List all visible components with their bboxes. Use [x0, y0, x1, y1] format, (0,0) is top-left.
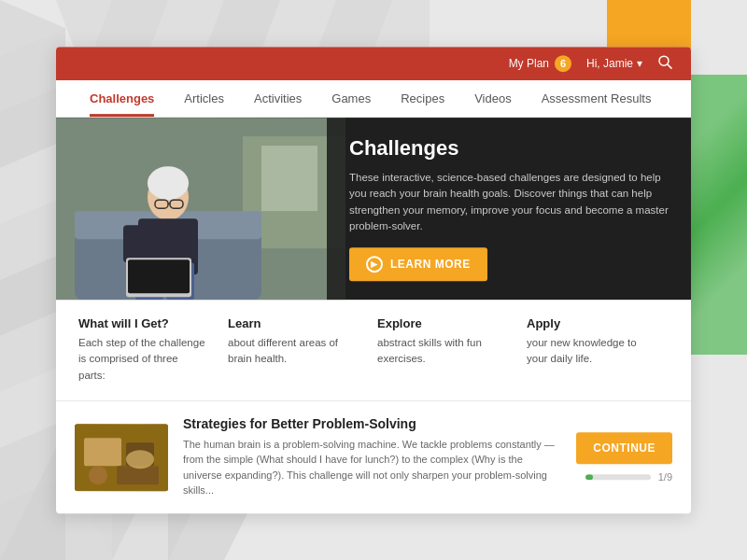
nav-item-assessment[interactable]: Assessment Results	[527, 80, 667, 117]
nav-item-articles[interactable]: Articles	[169, 80, 239, 117]
svg-line-22	[668, 64, 671, 68]
main-card: My Plan 6 Hi, Jamie ▾ Challenges Article…	[56, 47, 691, 513]
info-col-4: Apply your new knowledge to your daily l…	[519, 316, 669, 384]
info-col-1-title: What will I Get?	[78, 316, 205, 330]
svg-rect-41	[84, 438, 121, 466]
challenge-description: The human brain is a problem-solving mac…	[183, 437, 561, 498]
progress-bar	[585, 474, 651, 480]
hero-image	[56, 118, 345, 300]
progress-label: 1/9	[658, 471, 672, 483]
user-label: Hi, Jamie	[586, 57, 633, 70]
hero-title: Challenges	[349, 136, 669, 161]
continue-button[interactable]: CONTINUE	[576, 432, 672, 464]
hero-overlay: Challenges These interactive, science-ba…	[327, 118, 691, 300]
learn-more-button[interactable]: ▶ LEARN MORE	[349, 247, 487, 281]
nav-item-recipes[interactable]: Recipes	[386, 80, 459, 117]
svg-point-29	[148, 166, 189, 200]
top-bar: My Plan 6 Hi, Jamie ▾	[56, 47, 691, 80]
challenge-content: Strategies for Better Problem-Solving Th…	[183, 416, 561, 498]
nav-item-games[interactable]: Games	[317, 80, 386, 117]
nav-item-challenges[interactable]: Challenges	[75, 80, 169, 117]
info-col-2-title: Learn	[228, 316, 355, 330]
info-col-2: Learn about different areas of brain hea…	[220, 316, 370, 384]
progress-area: 1/9	[585, 471, 672, 483]
info-col-1-text: Each step of the challenge is comprised …	[78, 335, 205, 384]
svg-point-45	[126, 450, 154, 469]
learn-more-label: LEARN MORE	[390, 258, 471, 271]
nav-item-activities[interactable]: Activities	[239, 80, 317, 117]
info-col-4-text: your new knowledge to your daily life.	[527, 335, 654, 368]
svg-rect-36	[128, 259, 190, 293]
svg-rect-44	[117, 466, 159, 484]
info-col-3-text: abstract skills with fun exercises.	[377, 335, 504, 368]
svg-rect-31	[123, 225, 142, 262]
info-col-4-title: Apply	[527, 316, 654, 330]
hero-section: Challenges These interactive, science-ba…	[56, 118, 691, 300]
main-nav: Challenges Articles Activities Games Rec…	[56, 80, 691, 118]
info-col-1: What will I Get? Each step of the challe…	[78, 316, 220, 384]
user-menu[interactable]: Hi, Jamie ▾	[586, 57, 642, 70]
chevron-down-icon: ▾	[637, 57, 642, 70]
progress-bar-fill	[585, 474, 593, 480]
challenge-actions: CONTINUE 1/9	[576, 432, 672, 483]
svg-rect-25	[261, 146, 317, 211]
info-col-2-text: about different areas of brain health.	[228, 335, 355, 368]
my-plan-section[interactable]: My Plan 6	[509, 55, 571, 72]
my-plan-label: My Plan	[509, 57, 549, 70]
challenge-thumbnail	[75, 424, 168, 491]
hero-description: These interactive, science-based challen…	[349, 170, 669, 234]
challenge-title: Strategies for Better Problem-Solving	[183, 416, 561, 431]
search-button[interactable]	[657, 54, 672, 73]
plan-count-badge: 6	[555, 55, 571, 72]
svg-point-43	[89, 466, 107, 484]
nav-item-videos[interactable]: Videos	[459, 80, 527, 117]
info-col-3-title: Explore	[377, 316, 504, 330]
play-icon: ▶	[366, 256, 383, 273]
challenge-card: Strategies for Better Problem-Solving Th…	[56, 401, 691, 513]
info-col-3: Explore abstract skills with fun exercis…	[370, 316, 519, 384]
info-section: What will I Get? Each step of the challe…	[56, 300, 691, 401]
